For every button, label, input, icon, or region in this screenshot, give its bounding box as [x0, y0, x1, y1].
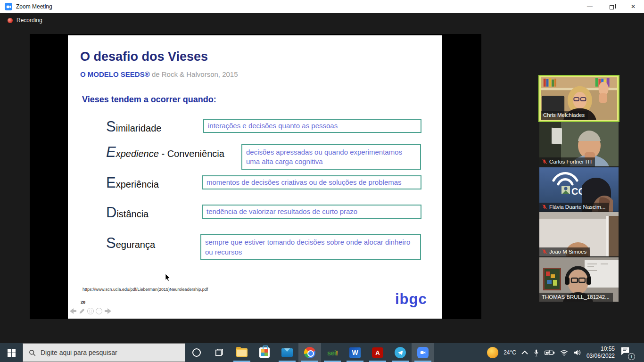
ibgc-logo: ibgc: [395, 291, 427, 308]
seed-desc-distancia: tendência de valorizar resultados de cur…: [202, 205, 421, 219]
taskbar-app-chrome[interactable]: [298, 343, 321, 362]
taskbar-app-word[interactable]: W: [344, 343, 366, 362]
word-icon: W: [349, 347, 361, 358]
temperature-label[interactable]: 24°C: [504, 349, 516, 356]
weather-icon[interactable]: [487, 347, 498, 358]
participant-name: Chris Melchiades: [543, 112, 585, 118]
windows-taskbar: Digite aqui para pesquisar sei! W A 24°C…: [0, 343, 644, 362]
tray-time: 10:55: [586, 346, 615, 353]
participant-name-tag: Chris Melchiades: [541, 111, 588, 120]
participant-name: João M Simões: [549, 249, 586, 255]
muted-mic-icon: [542, 249, 547, 255]
system-tray: 24°C 10:55 03/06/2022 1: [487, 343, 644, 362]
slide-heading: Vieses tendem a ocorrer quando:: [82, 95, 216, 105]
mail-icon: [281, 348, 293, 357]
slide-title: O desafio dos Vieses: [80, 49, 208, 64]
show-all-slides-icon[interactable]: ▢: [87, 308, 94, 314]
notification-badge: 1: [628, 353, 635, 360]
participant-name-tag: João M Simões: [539, 247, 590, 256]
seed-label-distancia: Distância: [106, 204, 149, 221]
screen-share-area: O desafio dos Vieses O MODELO SEEDS® de …: [30, 34, 481, 319]
taskbar-search-input[interactable]: Digite aqui para pesquisar: [23, 343, 185, 362]
slide-source-url: https://www.scn.ucla.edu/pdf/Lieberman(2…: [83, 287, 208, 292]
microsoft-store-icon: [259, 347, 270, 358]
tray-date: 03/06/2022: [586, 353, 615, 360]
participant-name-tag: Flávia Duarte Nascim...: [539, 203, 609, 212]
window-title: Zoom Meeting: [16, 3, 52, 10]
video-tile-carlos[interactable]: Carlos Fortner ITI: [539, 122, 619, 166]
sei-icon: sei!: [327, 349, 338, 357]
restore-icon: [610, 5, 614, 9]
action-center-button[interactable]: 1: [620, 346, 634, 359]
seed-label-seguranca: Segurança: [106, 235, 155, 252]
slide-nav-toolbar: ▢ ⋯: [69, 308, 112, 314]
battery-icon[interactable]: [545, 349, 555, 356]
taskbar-app-zoom[interactable]: [412, 343, 434, 362]
seed-desc-similaridade: interações e decisões quanto as pessoas: [203, 119, 421, 133]
seed-desc-expedience: decisões apressadas ou quando experiment…: [241, 144, 421, 170]
slide-subtitle-authors: de Rock & Halvorson, 2015: [150, 70, 238, 78]
restore-button[interactable]: [601, 0, 622, 13]
clock[interactable]: 10:55 03/06/2022: [586, 346, 615, 360]
meeting-content: Recording O desafio dos Vieses O MODELO …: [0, 13, 644, 343]
seed-desc-seguranca: sempre que estiver tomando decisões sobr…: [200, 234, 421, 260]
file-explorer-icon: [236, 348, 248, 357]
recording-indicator: Recording: [8, 17, 42, 24]
taskbar-app-telegram[interactable]: [389, 343, 412, 362]
video-tile-chris[interactable]: Chris Melchiades: [539, 76, 619, 121]
telegram-icon: [395, 347, 406, 358]
start-button[interactable]: [0, 343, 23, 362]
seed-label-similaridade: Similaridade: [106, 118, 161, 135]
muted-mic-icon: [542, 204, 547, 210]
presentation-slide: O desafio dos Vieses O MODELO SEEDS® de …: [68, 35, 442, 319]
video-tile-thomas[interactable]: THOMAS BRULL_181242...: [539, 257, 619, 302]
more-options-icon[interactable]: ⋯: [96, 308, 102, 314]
search-icon: [29, 349, 36, 356]
slide-subtitle: O MODELO SEEDS® de Rock & Halvorson, 201…: [80, 70, 238, 78]
minimize-button[interactable]: —: [579, 0, 601, 13]
hidden-icons-chevron[interactable]: [521, 350, 528, 355]
acrobat-icon: A: [372, 347, 383, 358]
pen-tool-icon[interactable]: [79, 308, 85, 314]
wifi-icon[interactable]: [560, 350, 568, 356]
task-view-button[interactable]: [208, 343, 231, 362]
participant-name-tag: THOMAS BRULL_181242...: [539, 293, 613, 302]
taskbar-app-microsoft-store[interactable]: [253, 343, 276, 362]
taskbar-app-file-explorer[interactable]: [231, 343, 253, 362]
recording-dot-icon: [8, 18, 13, 23]
participant-name: Carlos Fortner ITI: [549, 159, 592, 165]
mouse-cursor: [165, 273, 171, 282]
cortana-button[interactable]: [185, 343, 208, 362]
seed-label-expedience: Expedience - Conveniência: [106, 144, 224, 161]
video-tile-joao[interactable]: João M Simões: [539, 212, 619, 256]
volume-icon[interactable]: [573, 349, 581, 356]
zoom-app-icon: [5, 3, 12, 10]
seed-desc-experiencia: momentos de decisões criativas ou de sol…: [202, 175, 421, 189]
chrome-icon: [304, 347, 315, 358]
slide-subtitle-model: O MODELO SEEDS®: [80, 70, 150, 78]
taskbar-app-mail[interactable]: [276, 343, 298, 362]
participant-name: Flávia Duarte Nascim...: [549, 204, 606, 210]
zoom-icon: [417, 347, 429, 358]
participant-name: THOMAS BRULL_181242...: [542, 294, 610, 300]
slide-page-number: 28: [81, 300, 85, 304]
taskbar-app-acrobat[interactable]: A: [366, 343, 389, 362]
search-placeholder: Digite aqui para pesquisar: [41, 349, 117, 356]
close-button[interactable]: ✕: [622, 0, 644, 13]
video-tile-flavia[interactable]: COM Flávia Duarte Nascim...: [539, 167, 619, 212]
muted-mic-icon: [542, 159, 547, 165]
previous-slide-icon[interactable]: [69, 308, 77, 314]
next-slide-icon[interactable]: [104, 308, 112, 314]
microphone-tray-icon[interactable]: [533, 349, 539, 357]
window-titlebar: Zoom Meeting — ✕: [0, 0, 644, 13]
seed-label-experiencia: Experiência: [106, 174, 159, 191]
participant-name-tag: Carlos Fortner ITI: [539, 157, 595, 166]
recording-label: Recording: [17, 17, 42, 24]
taskbar-app-sei[interactable]: sei!: [321, 343, 344, 362]
